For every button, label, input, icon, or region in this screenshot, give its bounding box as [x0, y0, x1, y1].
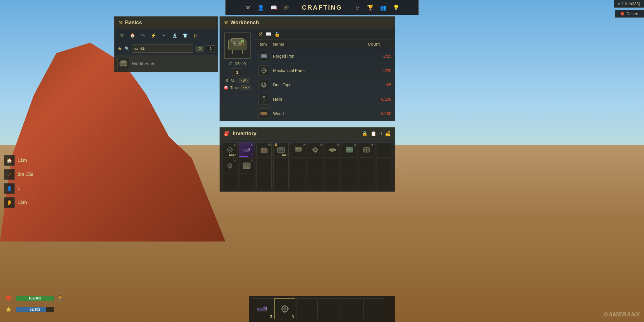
inv-slot-18[interactable] — [342, 158, 357, 173]
inv-slot-27[interactable] — [325, 174, 340, 189]
clear-search-button[interactable]: ⌫ — [196, 46, 204, 52]
hotbar-slot-5[interactable] — [341, 298, 362, 319]
hotbar-slot-4[interactable] — [319, 298, 340, 319]
workbench-list-item[interactable]: Workbench — [114, 55, 218, 72]
basics-toolbar: ⚒ 🏠 ⛏ ⚡ ✂ 🔬 👕 🎓 — [114, 29, 218, 42]
inv-slot-14[interactable] — [273, 158, 289, 173]
ingredient-row-wood[interactable]: Wood 0/100 — [255, 107, 395, 121]
hotbar-slot-2[interactable]: 5 — [274, 298, 295, 319]
search-area: ★ 🔍 ⌫ 1 — [114, 42, 218, 55]
tb-graduation-icon[interactable]: 🎓 — [191, 31, 200, 40]
slot-gear-icon-7: ⚙ — [336, 143, 339, 146]
svg-rect-68 — [347, 149, 349, 150]
svg-point-37 — [229, 149, 231, 151]
workbench-quantity[interactable]: 1 — [232, 68, 242, 76]
duct-tape-icon — [258, 80, 269, 90]
ing-hammer-tab-icon[interactable]: ⚒ — [258, 31, 263, 37]
svg-rect-26 — [263, 82, 264, 85]
svg-rect-92 — [287, 308, 289, 309]
nav-trophy-icon[interactable]: 🏆 — [366, 3, 375, 12]
inv-slot-20[interactable] — [376, 158, 391, 173]
tb-pickaxe-icon[interactable]: ⛏ — [138, 31, 147, 40]
hotbar-slot-6[interactable] — [363, 298, 384, 319]
ingredient-row-nails[interactable]: Nails 0/100 — [255, 92, 395, 107]
inv-lock-icon[interactable]: 🔒 — [362, 131, 368, 136]
inv-slot-23[interactable] — [256, 174, 272, 189]
svg-rect-56 — [299, 148, 300, 150]
inv-slot-25[interactable] — [291, 174, 306, 189]
svg-rect-52 — [281, 148, 283, 150]
inv-slot-21[interactable] — [222, 174, 237, 189]
nav-person-icon[interactable]: 👤 — [256, 3, 266, 12]
svg-rect-44 — [244, 150, 245, 152]
inv-slot-7[interactable]: ⚙ — [325, 142, 340, 157]
nav-group-icon[interactable]: 👥 — [378, 3, 388, 12]
inv-slot-11[interactable]: ⚙ — [222, 158, 237, 173]
inv-slot-26[interactable] — [308, 174, 323, 189]
ing-book-tab-icon[interactable]: 📖 — [266, 31, 271, 37]
favorites-star-icon[interactable]: ★ — [117, 45, 122, 52]
tb-hammer-icon[interactable]: ⚒ — [117, 31, 126, 40]
inv-sort-icon[interactable]: 📋 — [371, 131, 376, 136]
health-text: 102/102 — [28, 296, 41, 300]
stamina-bar-row: 82/102 — [4, 305, 64, 314]
nav-book-icon[interactable]: 📖 — [269, 3, 278, 12]
ing-lock-tab-icon[interactable]: 🔒 — [274, 31, 280, 37]
hotbar-slot-1[interactable]: 3 — [252, 298, 273, 319]
skill-key[interactable]: <W> — [239, 78, 249, 83]
svg-rect-55 — [296, 148, 298, 150]
inv-slot-3[interactable]: ⚙ — [256, 142, 272, 157]
slot-gear-icon-1: ⚙ — [234, 143, 237, 146]
inv-slot-29[interactable] — [359, 174, 374, 189]
hotbar-slot-3[interactable] — [297, 298, 318, 319]
nav-hammer-icon[interactable]: ⚒ — [243, 3, 253, 12]
ingredient-row-mechanical-parts[interactable]: Mechanical Parts 0/20 — [255, 64, 395, 78]
inv-slot-8[interactable]: ⚙ — [342, 142, 357, 157]
inv-slot-6[interactable]: ⚙ — [308, 142, 323, 157]
inv-slot-12[interactable]: ⚙ — [239, 158, 254, 173]
svg-rect-85 — [258, 310, 261, 312]
svg-rect-53 — [279, 150, 283, 151]
inv-slot-9[interactable]: ⚙ — [359, 142, 374, 157]
hud-stat-person: 👤 1 — [4, 183, 33, 194]
inv-slot-24[interactable] — [273, 174, 289, 189]
inv-slot-4[interactable]: 🔒 500 — [273, 142, 289, 157]
version-badge: V 1.0 (b333) — [614, 0, 644, 8]
search-input[interactable] — [132, 44, 193, 53]
inv-slot-5[interactable]: ⚙ — [291, 142, 306, 157]
svg-rect-91 — [281, 308, 282, 309]
tb-scissors-icon[interactable]: ✂ — [160, 31, 168, 40]
inv-slot-22[interactable] — [239, 174, 254, 189]
nav-filter-icon[interactable]: ▽ — [353, 3, 362, 12]
ingredient-row-duct-tape[interactable]: Duct Tape 0/5 — [255, 78, 395, 92]
inv-slot-30[interactable] — [376, 174, 391, 189]
track-key[interactable]: <A> — [241, 85, 251, 90]
tb-shirt-icon[interactable]: 👕 — [181, 31, 189, 40]
basics-hammer-icon: ⚒ — [119, 20, 123, 25]
stamina-icon — [4, 305, 13, 314]
slot-item-icon-8 — [345, 145, 354, 155]
tb-lightning-icon[interactable]: ⚡ — [149, 31, 158, 40]
inv-slot-15[interactable] — [291, 158, 306, 173]
slot-gear-icon-3: ⚙ — [268, 143, 271, 146]
tb-home-icon[interactable]: 🏠 — [128, 31, 137, 40]
ingredient-row-forged-iron[interactable]: Forged Iron 0/25 — [255, 49, 395, 64]
inv-slot-1[interactable]: ⚙ 6812 — [222, 142, 237, 157]
inv-slot-17[interactable] — [325, 158, 340, 173]
inv-slot-10[interactable] — [376, 142, 391, 157]
col-name-header: Name — [273, 42, 368, 47]
svg-rect-10 — [234, 45, 241, 46]
inv-slot-28[interactable] — [342, 174, 357, 189]
tb-microscope-icon[interactable]: 🔬 — [170, 31, 179, 40]
inv-slot-16[interactable] — [308, 158, 323, 173]
inv-slot-2[interactable]: ⚙ 6 — [239, 142, 254, 157]
nav-skills-icon[interactable]: 🎓 — [282, 3, 291, 12]
inv-slot-13[interactable] — [256, 158, 272, 173]
workbench-preview: ⏱ 06:19 1 ⚒ Skill <W> 🎯 Track <A> — [220, 29, 255, 121]
nav-light-icon[interactable]: 💡 — [391, 3, 401, 12]
inv-slot-19[interactable] — [359, 158, 374, 173]
health-bar-row: 102/102 🏃 — [4, 294, 64, 303]
mechanical-parts-count: 0/20 — [368, 68, 391, 73]
track-icon: 🎯 — [224, 85, 228, 90]
forged-iron-icon — [258, 51, 269, 61]
